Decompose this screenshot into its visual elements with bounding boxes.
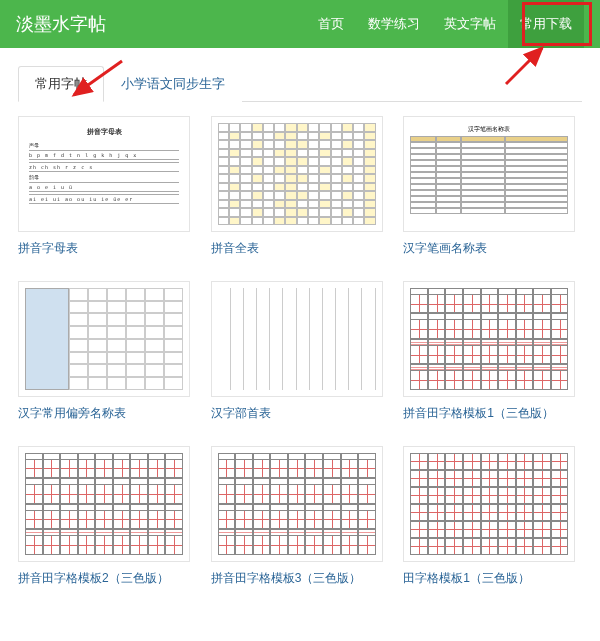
card-thumbnail: [403, 281, 575, 397]
card-title: 汉字部首表: [211, 405, 390, 422]
card-item[interactable]: 汉字部首表: [211, 281, 390, 422]
card-thumbnail: [211, 116, 383, 232]
annotation-highlight-box: [522, 2, 592, 46]
card-item[interactable]: 拼音田字格模板3（三色版）: [211, 446, 390, 587]
card-item[interactable]: 拼音田字格模板1（三色版）: [403, 281, 582, 422]
app-logo: 淡墨水字帖: [16, 12, 306, 36]
card-thumbnail: [18, 281, 190, 397]
card-thumbnail: [18, 446, 190, 562]
card-title: 拼音字母表: [18, 240, 197, 257]
nav-home[interactable]: 首页: [306, 0, 356, 48]
nav-math[interactable]: 数学练习: [356, 0, 432, 48]
content-area: 常用字帖 小学语文同步生字 拼音字母表 声母 b p m f d t n l g…: [0, 48, 600, 604]
card-thumbnail: [211, 281, 383, 397]
card-item[interactable]: 拼音字母表 声母 b p m f d t n l g k h j q x zh …: [18, 116, 197, 257]
card-thumbnail: [403, 446, 575, 562]
app-header: 淡墨水字帖 首页 数学练习 英文字帖 常用下载: [0, 0, 600, 48]
cards-grid: 拼音字母表 声母 b p m f d t n l g k h j q x zh …: [18, 116, 582, 586]
card-thumbnail: 汉字笔画名称表: [403, 116, 575, 232]
card-thumbnail: 拼音字母表 声母 b p m f d t n l g k h j q x zh …: [18, 116, 190, 232]
card-title: 拼音田字格模板3（三色版）: [211, 570, 390, 587]
card-title: 拼音田字格模板1（三色版）: [403, 405, 582, 422]
card-title: 拼音田字格模板2（三色版）: [18, 570, 197, 587]
tab-bar: 常用字帖 小学语文同步生字: [18, 66, 582, 102]
card-item[interactable]: 拼音田字格模板2（三色版）: [18, 446, 197, 587]
nav-english[interactable]: 英文字帖: [432, 0, 508, 48]
card-item[interactable]: 拼音全表: [211, 116, 390, 257]
card-item[interactable]: 田字格模板1（三色版）: [403, 446, 582, 587]
tab-primary-sync[interactable]: 小学语文同步生字: [104, 66, 242, 102]
tab-common-copybook[interactable]: 常用字帖: [18, 66, 104, 102]
card-title: 汉字常用偏旁名称表: [18, 405, 197, 422]
card-thumbnail: [211, 446, 383, 562]
thumb-title: 拼音字母表: [29, 127, 179, 137]
card-title: 田字格模板1（三色版）: [403, 570, 582, 587]
card-item[interactable]: 汉字常用偏旁名称表: [18, 281, 197, 422]
card-title: 拼音全表: [211, 240, 390, 257]
card-title: 汉字笔画名称表: [403, 240, 582, 257]
card-item[interactable]: 汉字笔画名称表: [403, 116, 582, 257]
